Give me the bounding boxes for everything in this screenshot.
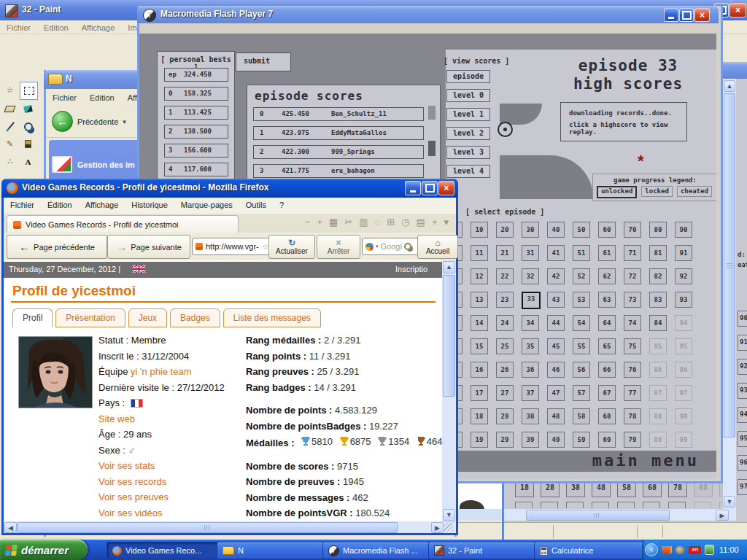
view-scores-button[interactable]: level 2 [446, 127, 490, 140]
episode-cell[interactable]: 64 [598, 315, 616, 331]
episode-cell[interactable]: 94 [738, 407, 747, 423]
stop-button[interactable]: × Arrêter [317, 235, 360, 259]
magnifier-tool-icon[interactable] [20, 118, 36, 135]
scroll-left-icon[interactable]: ◀ [4, 522, 17, 533]
browser-tab[interactable]: Video Games Records - Profil de yicestmo… [7, 215, 239, 233]
episode-cell[interactable]: 85 [649, 338, 667, 354]
profile-tab[interactable]: Liste des messages [223, 308, 321, 327]
color-picker-tool-icon[interactable] [1, 118, 18, 135]
episode-cell[interactable]: 10 [471, 222, 488, 238]
eraser-tool-icon[interactable] [1, 101, 18, 117]
episode-cell[interactable]: 18 [471, 408, 488, 424]
toolbar-icon[interactable]: ▾ [444, 217, 449, 228]
explorer-menu-item[interactable]: Edition [83, 91, 121, 104]
refresh-button[interactable]: ↻ Actualiser [268, 235, 315, 259]
paint-menu-item[interactable]: Edition [37, 21, 75, 34]
episode-cell[interactable]: 43 [547, 292, 565, 308]
scroll-right-icon[interactable]: ▶ [716, 510, 729, 521]
episode-cell[interactable]: 69 [598, 432, 616, 448]
episode-cell[interactable]: 82 [649, 268, 667, 284]
search-placeholder[interactable]: Googl [381, 242, 402, 251]
scrollbar-thumb[interactable] [724, 93, 735, 438]
usb-tray-icon[interactable] [705, 545, 714, 555]
episode-cell[interactable]: 65 [598, 338, 616, 354]
view-scores-button[interactable]: level 1 [446, 108, 490, 121]
scroll-right-icon[interactable]: ▶ [431, 522, 444, 533]
voir-link[interactable]: Voir ses records [98, 476, 166, 487]
episode-cell[interactable]: 96 [738, 455, 747, 471]
episode-cell[interactable]: 16 [471, 362, 488, 378]
episode-cell[interactable]: 91 [738, 335, 747, 351]
profile-tab[interactable]: Jeux [128, 308, 167, 327]
view-scores-button[interactable]: level 4 [446, 165, 490, 178]
magnifier-icon[interactable] [404, 243, 411, 250]
voir-link[interactable]: Voir ses preuves [98, 491, 169, 502]
back-button[interactable]: ← Page précédente [7, 235, 107, 259]
episode-cell[interactable]: 48 [547, 408, 565, 424]
scroll-up-icon[interactable]: ▲ [443, 261, 455, 273]
voir-link[interactable]: Voir ses stats [98, 460, 155, 471]
toolbar-icon[interactable]: ▤ [417, 217, 425, 228]
paint-menu-item[interactable]: Affichage [75, 21, 122, 34]
taskbar-task-explorer[interactable]: N [217, 542, 331, 559]
episode-cell[interactable]: 83 [649, 292, 667, 308]
episode-cell[interactable]: 84 [649, 315, 667, 331]
episode-cell[interactable]: 59 [573, 432, 590, 448]
episode-cell[interactable]: 91 [675, 245, 692, 261]
flash-close-button[interactable]: × [694, 8, 710, 22]
uk-flag-icon[interactable] [132, 265, 146, 273]
episode-cell[interactable]: 53 [573, 292, 590, 308]
episode-cell[interactable]: 26 [496, 362, 514, 378]
firefox-menu-item[interactable]: Affichage [79, 198, 125, 211]
episode-cell[interactable]: 41 [547, 245, 565, 261]
ati-tray-icon[interactable]: ATI [689, 546, 701, 554]
firefox-menu-item[interactable]: Marque-pages [174, 198, 239, 211]
episode-cell[interactable]: 24 [496, 315, 514, 331]
flash-minimize-button[interactable] [664, 8, 678, 22]
episode-cell[interactable]: 63 [598, 292, 616, 308]
episode-cell[interactable]: 71 [624, 245, 641, 261]
firefox-menu-item[interactable]: Fichier [4, 198, 41, 211]
episode-cell[interactable]: 57 [573, 385, 590, 401]
episode-cell[interactable]: 22 [496, 268, 514, 284]
highscore-row[interactable]: 2 422.300 999_Springs [253, 145, 424, 159]
episode-cell[interactable]: 94 [675, 315, 692, 331]
episode-cell[interactable]: 88 [649, 408, 667, 424]
scores-scrollbar-thumb2[interactable] [428, 141, 436, 156]
profile-tab[interactable]: Présentation [55, 308, 125, 327]
episode-cell[interactable]: 75 [624, 338, 641, 354]
episode-cell[interactable]: 44 [547, 315, 565, 331]
scores-scrollbar-thumb[interactable] [428, 106, 436, 120]
paint-close-button[interactable]: × [729, 3, 746, 18]
episode-cell[interactable]: 92 [738, 359, 747, 375]
airbrush-tool-icon[interactable]: ∴ [1, 153, 18, 170]
episode-cell[interactable]: 66 [598, 362, 616, 378]
scroll-up-icon[interactable]: ▲ [724, 80, 735, 92]
episode-cell[interactable]: 15 [471, 338, 488, 354]
picture-tasks-header[interactable]: Gestion des im [52, 156, 135, 173]
episode-cell[interactable]: 50 [573, 222, 590, 238]
start-button[interactable]: démarrer [0, 540, 88, 560]
profile-tab[interactable]: Badges [170, 308, 220, 327]
episode-cell[interactable]: 97 [675, 385, 692, 401]
firefox-menu-item[interactable]: Outils [239, 198, 273, 211]
episode-cell[interactable]: 33 [522, 292, 541, 309]
episode-cell[interactable]: 25 [496, 338, 514, 354]
back-dropdown-icon[interactable]: ▾ [123, 118, 126, 125]
episode-cell[interactable]: 98 [675, 408, 692, 424]
episode-cell[interactable]: 74 [624, 315, 641, 331]
toolbar-icon[interactable]: ✂ [344, 217, 352, 228]
tray-collapse-icon[interactable]: ‹ [645, 543, 658, 556]
profile-tab[interactable]: Profil [12, 308, 53, 327]
episode-cell[interactable]: 30 [522, 222, 539, 238]
url-bar[interactable]: http://www.vgr- ☆ ▾ [192, 238, 272, 255]
episode-cell[interactable]: 61 [598, 245, 616, 261]
episode-cell[interactable]: 93 [738, 383, 747, 399]
pencil-tool-icon[interactable]: ✎ [1, 136, 18, 152]
toolbar-icon[interactable]: ◌ [375, 217, 381, 228]
explorer-menu-item[interactable]: Fichier [46, 91, 83, 104]
scrollbar-thumb[interactable] [17, 522, 398, 533]
text-tool-icon[interactable]: A [20, 153, 36, 170]
episode-cell[interactable]: 40 [547, 222, 565, 238]
episode-cell[interactable]: 23 [496, 292, 514, 308]
